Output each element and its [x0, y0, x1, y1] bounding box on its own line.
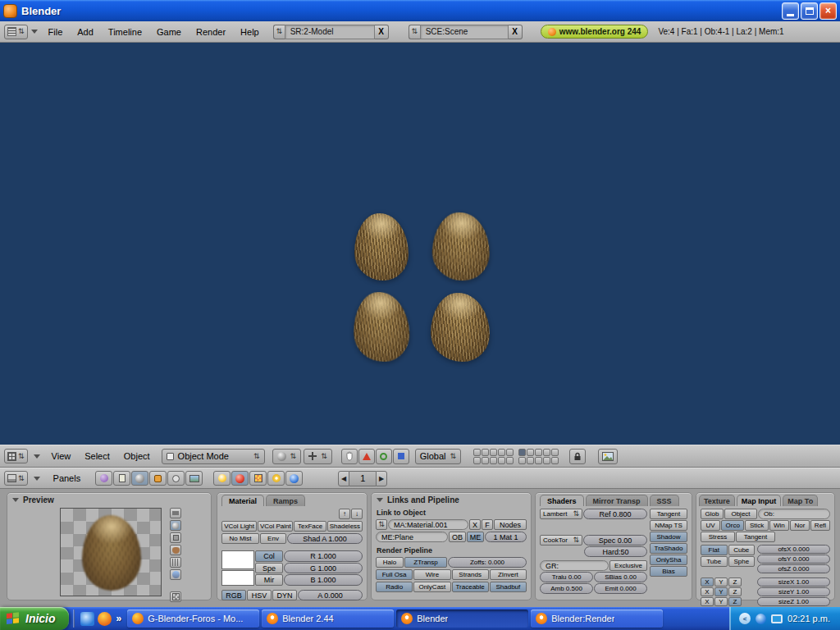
tab-map-input[interactable]: Map Input — [737, 495, 782, 506]
maximize-button[interactable] — [801, 2, 818, 20]
red-slider[interactable]: R 1.000 — [284, 550, 363, 562]
viewport-3d[interactable] — [0, 43, 840, 445]
win-toggle[interactable]: Win — [769, 520, 789, 531]
scene-delete-button[interactable]: X — [509, 25, 523, 39]
layer-toggle[interactable] — [543, 457, 550, 464]
frame-number-field[interactable]: 1 — [349, 471, 376, 486]
logic-context-button[interactable] — [95, 471, 112, 486]
frame-next-button[interactable]: ▶ — [376, 471, 387, 486]
specular-color-swatch[interactable] — [221, 570, 254, 586]
layer-toggle[interactable] — [490, 449, 497, 456]
axis-x-toggle[interactable]: X — [701, 587, 714, 596]
menu-game[interactable]: Game — [149, 27, 189, 37]
tab-material[interactable]: Material — [221, 495, 264, 506]
menu-view[interactable]: View — [46, 451, 77, 461]
amb-slider[interactable]: Amb 0.500 — [540, 583, 593, 594]
menu-render[interactable]: Render — [189, 27, 233, 37]
emit-slider[interactable]: Emit 0.000 — [594, 583, 647, 594]
task-button-blender-render[interactable]: Blender:Render — [531, 609, 663, 628]
object-toggle[interactable]: Object — [724, 509, 757, 519]
tab-texture[interactable]: Texture — [699, 495, 735, 506]
layer-toggle[interactable] — [543, 449, 550, 456]
draw-type-dropdown[interactable]: ⇅ — [272, 449, 302, 464]
trashado-toggle[interactable]: TraShado — [650, 543, 687, 554]
links-panel-header[interactable]: Links and Pipeline — [372, 493, 531, 505]
preview-flat-button[interactable] — [170, 508, 181, 518]
ofsx-field[interactable]: ofsX 0.000 — [757, 545, 830, 554]
tab-shaders[interactable]: Shaders — [540, 495, 584, 506]
mode-dropdown[interactable]: Object Mode ⇅ — [162, 449, 265, 464]
shadow-alpha-slider[interactable]: Shad A 1.000 — [287, 533, 363, 544]
rendered-object-4[interactable] — [431, 293, 490, 362]
layer-toggle[interactable] — [473, 457, 481, 464]
buttons-editor-selector[interactable]: ⇅ — [4, 471, 28, 486]
sphe-projection-toggle[interactable]: Sphe — [728, 556, 756, 567]
specular-shader-dropdown[interactable]: CookTor ⇅ — [540, 535, 582, 546]
task-button-browser[interactable]: G-Blender-Foros - Mo... — [127, 609, 259, 628]
tangent-map-toggle[interactable]: Tangent — [736, 532, 775, 542]
header-collapse-icon[interactable] — [34, 454, 40, 459]
axis-x-toggle[interactable]: X — [701, 597, 714, 606]
stress-toggle[interactable]: Stress — [701, 532, 735, 542]
nodes-toggle[interactable]: Nodes — [494, 519, 527, 530]
no-mist-toggle[interactable]: No Mist — [221, 533, 259, 544]
material-name-field[interactable]: MA:Material.001 — [388, 519, 468, 530]
radio-toggle[interactable]: Radio — [376, 582, 413, 592]
shadbuf-toggle[interactable]: Shadbuf — [490, 582, 527, 592]
lamp-buttons-button[interactable] — [213, 471, 231, 486]
axis-x-toggle[interactable]: X — [701, 578, 714, 587]
layer-toggle-active[interactable] — [518, 449, 526, 456]
sizex-field[interactable]: sizeX 1.00 — [757, 578, 830, 587]
diffuse-shader-dropdown[interactable]: Lambert ⇅ — [540, 509, 582, 519]
nor-toggle[interactable]: Nor — [790, 520, 810, 531]
scene-browse-button[interactable]: ⇅ — [409, 25, 420, 39]
hide-tray-icons-button[interactable]: < — [739, 613, 751, 624]
refl-toggle[interactable]: Refl — [810, 520, 830, 531]
layer-toggle[interactable] — [535, 457, 542, 464]
exclusive-toggle[interactable]: Exclusive — [609, 560, 647, 571]
tralu-slider[interactable]: Tralu 0.00 — [540, 572, 593, 582]
screen-delete-button[interactable]: X — [375, 25, 389, 39]
preview-sphere-button[interactable] — [170, 520, 181, 531]
material-browse-button[interactable]: ⇅ — [376, 519, 387, 530]
mesh-name-field[interactable]: ME:Plane — [376, 532, 448, 542]
menu-add[interactable]: Add — [70, 27, 101, 37]
env-toggle[interactable]: Env — [260, 533, 286, 544]
preview-hair-button[interactable] — [170, 557, 181, 568]
menu-file[interactable]: File — [41, 27, 71, 37]
orientation-dropdown[interactable]: Global ⇅ — [415, 449, 461, 464]
sizey-field[interactable]: sizeY 1.00 — [757, 587, 830, 596]
rendered-object-2[interactable] — [431, 212, 491, 281]
spec-slider[interactable]: Spec 0.00 — [583, 535, 647, 546]
traceable-toggle[interactable]: Traceable — [452, 582, 489, 592]
group-field[interactable]: GR: — [540, 560, 609, 571]
layer-toggle[interactable] — [527, 449, 534, 456]
zoffs-field[interactable]: Zoffs: 0.000 — [448, 557, 527, 568]
screen-name-field[interactable]: SR:2-Model — [285, 25, 375, 39]
radiosity-buttons-button[interactable] — [267, 471, 285, 486]
menu-timeline[interactable]: Timeline — [101, 27, 149, 37]
diffuse-color-swatch[interactable] — [221, 550, 254, 569]
alpha-slider[interactable]: A 0.000 — [298, 590, 363, 600]
me-link-toggle[interactable]: ME — [467, 532, 484, 542]
editing-context-button[interactable] — [167, 471, 185, 486]
preview-cube-button[interactable] — [170, 532, 181, 543]
glob-toggle[interactable]: Glob — [701, 509, 724, 519]
layer-toggle[interactable] — [473, 449, 481, 456]
minimize-button[interactable] — [782, 2, 799, 20]
hard-slider[interactable]: Hard:50 — [584, 546, 647, 557]
ztransp-toggle[interactable]: ZTransp — [404, 557, 447, 568]
shadeless-toggle[interactable]: Shadeless — [327, 521, 363, 532]
fake-user-button[interactable]: F — [482, 519, 493, 530]
task-button-blender[interactable]: Blender — [396, 609, 528, 628]
tab-map-to[interactable]: Map To — [783, 495, 818, 506]
orco-toggle[interactable]: Orco — [721, 520, 744, 531]
nmap-ts-toggle[interactable]: NMap TS — [650, 520, 687, 531]
axis-z-toggle[interactable]: Z — [728, 587, 742, 596]
material-buttons-button[interactable] — [231, 471, 249, 486]
vcol-paint-toggle[interactable]: VCol Paint — [258, 521, 293, 532]
menu-select[interactable]: Select — [79, 451, 116, 461]
unlink-material-button[interactable]: X — [469, 519, 481, 530]
render-preview-button[interactable] — [598, 449, 618, 464]
axis-y-toggle[interactable]: Y — [714, 597, 728, 606]
